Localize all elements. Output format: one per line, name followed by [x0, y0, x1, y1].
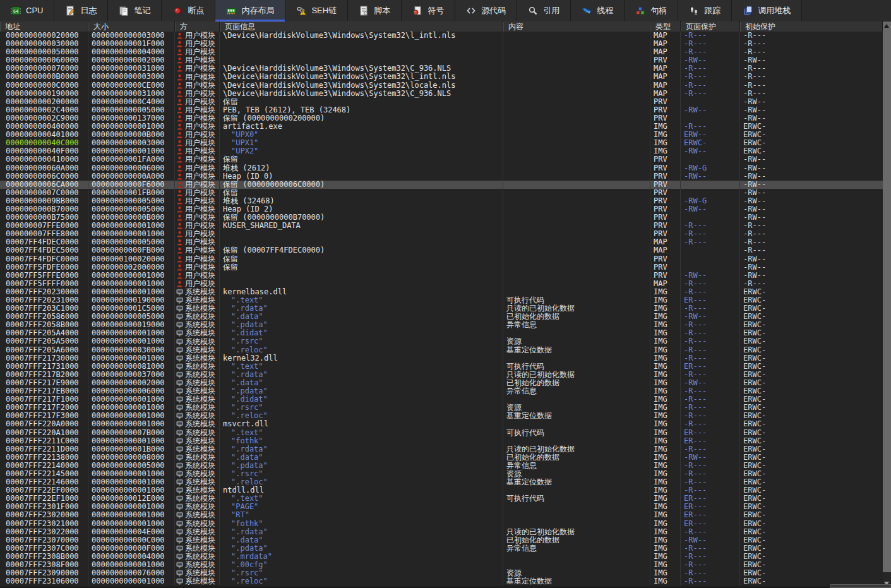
tab-call-stack[interactable]: 调用堆栈 — [732, 0, 802, 21]
memory-region-row[interactable]: 00007FFF23022000000000000004E000系统模块".rd… — [0, 528, 883, 536]
tab-log[interactable]: 日志 — [54, 0, 108, 21]
tab-breakpoints[interactable]: 断点 — [162, 0, 215, 21]
memory-region-row[interactable]: 00007FF4FDEC500000000000000FB000用户模块保留 (… — [0, 246, 883, 255]
memory-region-row[interactable]: 00007FFF203C100000000000001C5000系统模块".rd… — [0, 304, 883, 313]
memory-region-row[interactable]: 00000000000700000000000000031000用户模块\Dev… — [0, 64, 883, 73]
column-header-initial-protection[interactable]: 初始保护 — [740, 21, 883, 32]
column-header-page-info[interactable]: 页面信息 — [220, 21, 503, 32]
memory-region-row[interactable]: 00007FFF217EB0000000000000006000系统模块".pd… — [0, 387, 883, 395]
tab-references[interactable]: 引用 — [517, 0, 571, 21]
tab-handles[interactable]: 句柄 — [625, 0, 678, 21]
memory-region-row[interactable]: 00000000000500000000000000004000用户模块MAP-… — [0, 48, 883, 56]
memory-region-row[interactable]: 00000000004000000000000000001000用户模块arti… — [0, 123, 883, 131]
memory-region-row[interactable]: 00007FFF2307C000000000000000F000系统模块".pd… — [0, 544, 883, 553]
vertical-scrollbar[interactable] — [883, 21, 891, 588]
tab-seh-chain[interactable]: SEH链 — [285, 0, 348, 21]
memory-region-row[interactable]: 000000007FFE00000000000000001000用户模块KUSE… — [0, 222, 883, 230]
party-label: 系统模块 — [185, 577, 215, 585]
memory-region-row[interactable]: 00000000009BB0000000000000005000用户模块堆栈 (… — [0, 197, 883, 205]
memory-region-row[interactable]: 00000000000200000000000000003000用户模块\Dev… — [0, 32, 883, 40]
memory-region-row[interactable]: 00007FFF22EF1000000000000012E000系统模块".te… — [0, 495, 883, 503]
memory-region-row[interactable]: 00007FFF205A40000000000000001000系统模块".di… — [0, 329, 883, 337]
scroll-up-icon[interactable] — [884, 24, 889, 28]
memory-region-row[interactable]: 0000000000B700000000000000005000用户模块Heap… — [0, 205, 883, 213]
memory-region-row[interactable]: 00007FFF205A50000000000000001000系统模块".rs… — [0, 337, 883, 345]
memory-region-row[interactable]: 00007FFF2058B0000000000000019000系统模块".pd… — [0, 321, 883, 329]
memory-region-row[interactable]: 00007FFF205A60000000000000030000系统模块".re… — [0, 346, 883, 354]
memory-region-row[interactable]: 00000000000C000000000000000CE000用户模块\Dev… — [0, 81, 883, 90]
memory-region-row[interactable]: 000000007FFE80000000000000001000用户模块PRV-… — [0, 230, 883, 238]
memory-region-row[interactable]: 00007FFF2211D000000000000001B000系统模块".rd… — [0, 445, 883, 453]
memory-region-row[interactable]: 00007FFF217E90000000000000002000系统模块".da… — [0, 379, 883, 387]
memory-region-row[interactable]: 00000000006CA00000000000000F6000用户模块保留 (… — [0, 181, 883, 189]
memory-region-row[interactable]: 00007FFF230900000000000000076000系统模块".rs… — [0, 569, 883, 577]
page-info-cell: ".rsrc" — [220, 337, 503, 345]
column-header-party[interactable]: 方 — [175, 21, 220, 32]
memory-region-row[interactable]: 00007FFF220A00000000000000001000系统模块msvc… — [0, 420, 883, 428]
column-header-size[interactable]: 大小 — [88, 21, 175, 32]
tab-script[interactable]: 脚本 — [348, 0, 402, 21]
scrollbar-thumb[interactable] — [883, 21, 891, 572]
column-header-address[interactable]: 地址 — [0, 21, 88, 32]
memory-region-row[interactable]: 000000000060A0000000000000006000用户模块堆栈 (… — [0, 164, 883, 172]
memory-region-row[interactable]: 00007FFF221380000000000000008000系统模块".da… — [0, 453, 883, 462]
tab-threads[interactable]: 线程 — [571, 0, 625, 21]
memory-region-row[interactable]: 00007FFF217F20000000000000001000系统模块".rs… — [0, 404, 883, 412]
party-cell: 系统模块 — [175, 495, 220, 503]
memory-region-row[interactable]: 00007FFF2211C0000000000000001000系统模块"fot… — [0, 437, 883, 445]
memory-region-row[interactable]: 00007FFF221400000000000000005000系统模块".pd… — [0, 462, 883, 470]
memory-region-row[interactable]: 00007FFF2301F0000000000000001000系统模块"PAG… — [0, 503, 883, 511]
tab-notes[interactable]: 笔记 — [108, 0, 162, 21]
memory-region-row[interactable]: 00007FFF202300000000000000001000系统模块kern… — [0, 288, 883, 296]
memory-region-row[interactable]: 00007FF5FDFE00000000000002000000用户模块保留PR… — [0, 263, 883, 272]
memory-region-row[interactable]: 00007FFF221460000000000000001000系统模块".re… — [0, 478, 883, 486]
memory-region-row[interactable]: 00007FFF231060000000000000001000系统模块".re… — [0, 577, 883, 585]
memory-region-row[interactable]: 00000000000600000000000000002000用户模块PRV-… — [0, 56, 883, 64]
memory-region-row[interactable]: 00007FF4FDFC00000000000100020000用户模块保留PR… — [0, 255, 883, 263]
memory-region-row[interactable]: 000000000040C0000000000000003000用户模块"UPX… — [0, 139, 883, 147]
memory-region-row[interactable]: 00007FFF23070000000000000000C000系统模块".da… — [0, 536, 883, 544]
memory-region-row[interactable]: 000000000041000000000000001FA000用户模块保留PR… — [0, 155, 883, 164]
system-module-icon — [176, 355, 183, 362]
memory-region-row[interactable]: 00007FFF217310000000000000081000系统模块".te… — [0, 363, 883, 371]
memory-region-row[interactable]: 00007FFF217F30000000000000001000系统模块".re… — [0, 412, 883, 420]
memory-region-row[interactable]: 00000000007C000000000000001FB000用户模块保留PR… — [0, 189, 883, 197]
memory-region-row[interactable]: 00007FFF217F10000000000000001000系统模块".di… — [0, 395, 883, 404]
memory-region-row[interactable]: 00000000000B00000000000000003000用户模块\Dev… — [0, 73, 883, 81]
memory-region-row[interactable]: 00000000006C0000000000000000A000用户模块Heap… — [0, 172, 883, 181]
tab-cpu[interactable]: 64CPU — [0, 0, 54, 21]
memory-region-row[interactable]: 00000000002C40000000000000005000用户模块PEB,… — [0, 106, 883, 114]
memory-region-row[interactable]: 00007FFF221450000000000000001000系统模块".rs… — [0, 470, 883, 478]
memory-region-row[interactable]: 000000000020000000000000000C4000用户模块保留PR… — [0, 98, 883, 106]
memory-region-row[interactable]: 00007FF5FFFF00000000000000001000用户模块MAP-… — [0, 280, 883, 288]
tab-symbols[interactable]: 符号 — [402, 0, 455, 21]
memory-region-row[interactable]: 00000000001900000000000000031000用户模块\Dev… — [0, 90, 883, 98]
page-protection-cell — [681, 213, 740, 222]
memory-region-row[interactable]: 00007FFF2308F0000000000000001000系统模块".00… — [0, 561, 883, 569]
tab-trace[interactable]: 跟踪 — [678, 0, 732, 21]
memory-region-row[interactable]: 0000000000401000000000000000B000用户模块"UPX… — [0, 131, 883, 139]
memory-region-row[interactable]: 00007FFF220A1000000000000007B000系统模块".te… — [0, 429, 883, 437]
memory-region-row[interactable]: 00000000002C90000000000000137000用户模块保留 (… — [0, 114, 883, 123]
memory-region-row[interactable]: 00007FFF217300000000000000001000系统模块kern… — [0, 354, 883, 363]
party-cell: 系统模块 — [175, 577, 220, 585]
memory-region-row[interactable]: 00007FFF205860000000000000005000系统模块".da… — [0, 313, 883, 321]
column-header-type[interactable]: 类型 — [650, 21, 681, 32]
memory-region-row[interactable]: 00007FFF202310000000000000190000系统模块".te… — [0, 296, 883, 304]
column-header-page-protection[interactable]: 页面保护 — [681, 21, 740, 32]
memory-region-row[interactable]: 0000000000B75000000000000000B000用户模块保留 (… — [0, 213, 883, 222]
memory-region-row[interactable]: 00007FF5FFFE00000000000000001000用户模块PRV-… — [0, 272, 883, 280]
size-cell: 0000000000001000 — [88, 337, 175, 345]
tab-memory-map[interactable]: 内存布局 — [215, 0, 285, 21]
memory-region-row[interactable]: 0000000000030000000000000001F000用户模块MAP-… — [0, 40, 883, 48]
column-header-content[interactable]: 内容 — [503, 21, 650, 32]
initial-protection-cell: ERWC- — [740, 329, 883, 337]
tab-source[interactable]: 源代码 — [455, 0, 517, 21]
memory-region-row[interactable]: 00007FFF217B20000000000000037000系统模块".rd… — [0, 371, 883, 379]
memory-region-row[interactable]: 000000000040F0000000000000001000用户模块"UPX… — [0, 147, 883, 155]
memory-region-row[interactable]: 00007FFF2308B0000000000000004000系统模块".mr… — [0, 553, 883, 561]
memory-region-row[interactable]: 00007FFF22EF00000000000000001000系统模块ntdl… — [0, 486, 883, 495]
memory-region-row[interactable]: 00007FFF230200000000000000001000系统模块"RT"… — [0, 511, 883, 519]
memory-region-row[interactable]: 00007FFF230210000000000000001000系统模块"fot… — [0, 520, 883, 528]
memory-region-row[interactable]: 00007FF4FDEC00000000000000005000用户模块MAP-… — [0, 238, 883, 246]
